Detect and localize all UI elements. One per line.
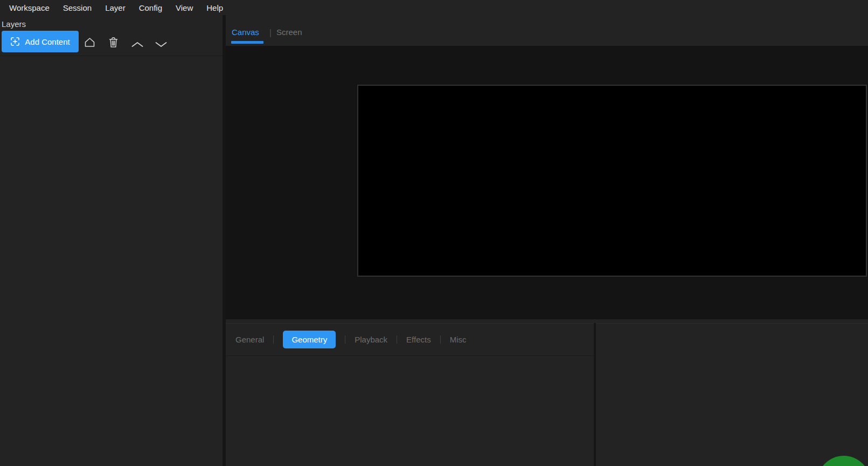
- preview-tab-bar: Canvas Screen: [226, 15, 868, 46]
- menu-item-view[interactable]: View: [176, 3, 193, 12]
- menu-item-layer[interactable]: Layer: [105, 3, 126, 12]
- properties-tab-bar: General Geometry Playback Effects Misc: [226, 324, 594, 355]
- home-icon[interactable]: [84, 37, 95, 50]
- menu-bar: Workspace Session Layer Config View Help: [0, 0, 868, 15]
- tab-canvas[interactable]: Canvas: [232, 28, 259, 37]
- layers-panel-title: Layers: [2, 19, 26, 29]
- trash-icon[interactable]: [109, 37, 118, 50]
- tab-misc[interactable]: Misc: [450, 335, 467, 344]
- tab-general[interactable]: General: [235, 335, 264, 344]
- add-content-button[interactable]: Add Content: [2, 31, 79, 52]
- move-up-icon[interactable]: [131, 40, 143, 50]
- properties-tab-divider: [226, 355, 594, 356]
- properties-tab-separator: [273, 335, 274, 344]
- properties-tab-separator: [440, 335, 441, 344]
- menu-item-workspace[interactable]: Workspace: [9, 3, 50, 12]
- properties-tab-separator: [397, 335, 397, 344]
- tab-geometry[interactable]: Geometry: [283, 331, 336, 348]
- properties-panel: General Geometry Playback Effects Misc: [226, 323, 594, 466]
- properties-tab-separator: [345, 335, 345, 344]
- tab-effects[interactable]: Effects: [406, 335, 431, 344]
- menu-item-config[interactable]: Config: [139, 3, 162, 12]
- main-region: Canvas Screen General Geometry Playback …: [226, 15, 868, 466]
- add-content-label: Add Content: [25, 37, 70, 46]
- menu-item-session[interactable]: Session: [63, 3, 92, 12]
- tab-canvas-active-underline: [231, 41, 263, 44]
- tab-screen[interactable]: Screen: [276, 28, 302, 37]
- canvas-viewport[interactable]: [226, 46, 868, 319]
- tab-playback[interactable]: Playback: [355, 335, 387, 344]
- move-down-icon[interactable]: [155, 40, 167, 50]
- menu-item-help[interactable]: Help: [206, 3, 223, 12]
- add-selection-icon: [10, 37, 20, 46]
- side-panel: [596, 323, 868, 466]
- preview-tab-separator: [270, 29, 271, 37]
- screen-output-rect[interactable]: [357, 85, 867, 277]
- layers-panel: Layers Add Content: [0, 15, 223, 466]
- layers-toolbar-divider: [0, 56, 223, 56]
- fab-button[interactable]: [817, 456, 868, 466]
